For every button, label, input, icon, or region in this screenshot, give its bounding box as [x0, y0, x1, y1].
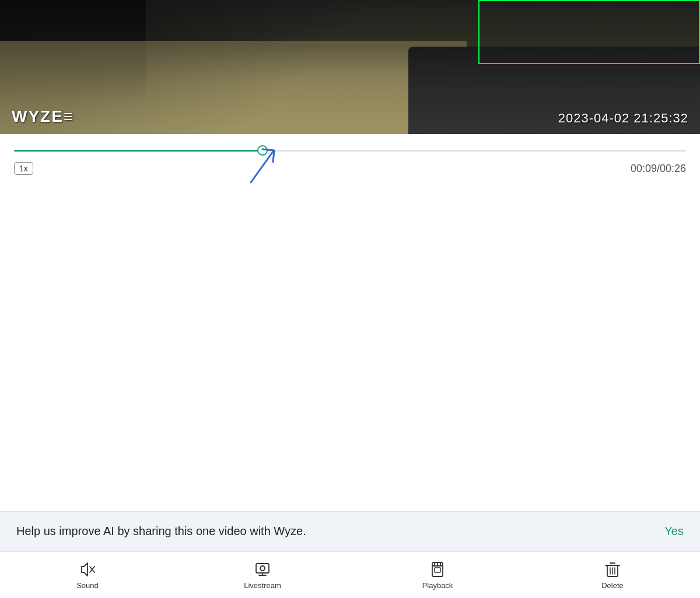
video-player: WYZE≡ 2023-04-02 21:25:32 [0, 0, 700, 134]
ai-banner-cta[interactable]: Yes [664, 525, 684, 538]
delete-icon [603, 560, 622, 579]
bottom-navigation: Sound Livestream [0, 551, 700, 598]
svg-marker-1 [82, 563, 88, 576]
detection-box [478, 0, 700, 64]
progress-bar-container[interactable] [14, 145, 686, 156]
livestream-icon [253, 560, 272, 579]
speed-badge[interactable]: 1x [14, 162, 33, 175]
playback-icon [428, 560, 447, 579]
nav-label-sound: Sound [76, 581, 99, 590]
svg-rect-10 [435, 568, 440, 572]
progress-fill [14, 150, 262, 152]
nav-item-playback[interactable]: Playback [414, 560, 461, 590]
ai-banner-message: Help us improve AI by sharing this one v… [16, 525, 306, 538]
nav-item-livestream[interactable]: Livestream [239, 560, 286, 590]
nav-label-playback: Playback [422, 581, 453, 590]
svg-point-5 [260, 566, 265, 571]
progress-track[interactable] [14, 150, 686, 152]
nav-label-livestream: Livestream [244, 581, 281, 590]
wyze-logo: WYZE≡ [12, 107, 74, 126]
sound-icon [78, 560, 97, 579]
progress-thumb[interactable] [257, 145, 268, 156]
player-controls: 1x 00:09/00:26 [0, 134, 700, 181]
nav-label-delete: Delete [601, 581, 624, 590]
ai-banner: Help us improve AI by sharing this one v… [0, 511, 700, 551]
video-timestamp: 2023-04-02 21:25:32 [558, 111, 688, 126]
nav-item-sound[interactable]: Sound [64, 560, 111, 590]
time-display: 00:09/00:26 [631, 163, 686, 175]
nav-item-delete[interactable]: Delete [589, 560, 636, 590]
svg-rect-4 [256, 564, 269, 573]
main-content-area [0, 181, 700, 487]
